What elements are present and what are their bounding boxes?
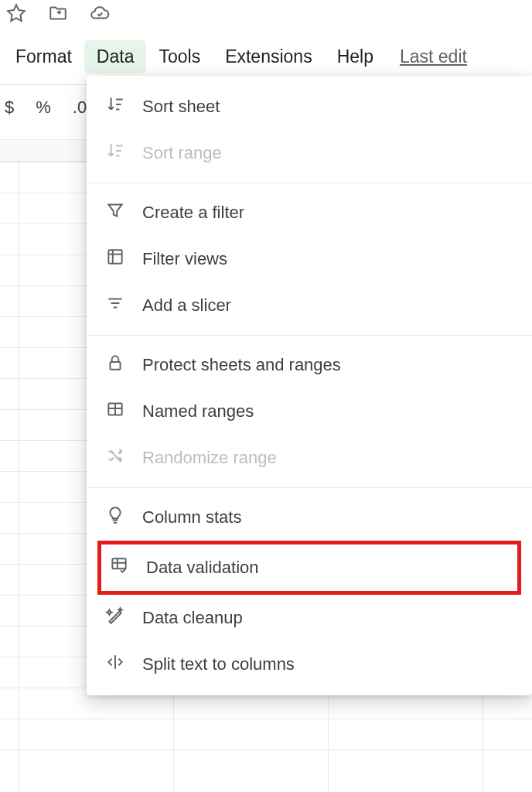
data-cleanup-item[interactable]: Data cleanup	[87, 595, 532, 641]
add-slicer-item[interactable]: Add a slicer	[87, 282, 532, 329]
add-slicer-label: Add a slicer	[142, 295, 231, 316]
lightbulb-icon	[105, 505, 125, 530]
create-filter-item[interactable]: Create a filter	[87, 189, 532, 236]
data-menu-dropdown: Sort sheet Sort range Create a filter Fi…	[87, 76, 532, 695]
svg-rect-0	[108, 250, 121, 263]
named-ranges-label: Named ranges	[142, 401, 254, 422]
menu-tools[interactable]: Tools	[146, 40, 213, 73]
cloud-check-icon[interactable]	[90, 3, 110, 26]
menu-format[interactable]: Format	[3, 40, 84, 73]
menu-extensions[interactable]: Extensions	[213, 40, 325, 73]
split-icon	[105, 652, 125, 677]
sort-range-icon	[105, 141, 125, 166]
filter-icon	[105, 200, 125, 225]
shuffle-icon	[105, 446, 125, 470]
sort-range-item: Sort range	[87, 130, 532, 176]
column-stats-item[interactable]: Column stats	[87, 494, 532, 541]
currency-button[interactable]: $	[5, 97, 14, 118]
sort-sheet-label: Sort sheet	[142, 97, 220, 117]
svg-rect-3	[112, 558, 125, 568]
protect-label: Protect sheets and ranges	[142, 355, 341, 375]
named-ranges-icon	[105, 399, 125, 424]
protect-item[interactable]: Protect sheets and ranges	[87, 342, 532, 388]
data-cleanup-label: Data cleanup	[142, 608, 243, 628]
star-icon[interactable]	[6, 3, 26, 26]
data-validation-item[interactable]: Data validation	[101, 544, 517, 591]
svg-rect-1	[111, 362, 121, 370]
split-text-label: Split text to columns	[142, 654, 295, 674]
data-validation-label: Data validation	[146, 558, 259, 578]
filter-views-item[interactable]: Filter views	[87, 236, 532, 282]
column-stats-label: Column stats	[142, 507, 241, 527]
data-validation-icon	[109, 555, 129, 580]
named-ranges-item[interactable]: Named ranges	[87, 388, 532, 435]
menu-data[interactable]: Data	[84, 40, 147, 73]
wand-icon	[105, 606, 125, 630]
move-folder-icon[interactable]	[48, 3, 68, 26]
randomize-label: Randomize range	[142, 448, 277, 468]
filter-views-label: Filter views	[142, 249, 227, 269]
percent-button[interactable]: %	[36, 97, 51, 118]
sort-sheet-icon	[105, 94, 125, 119]
decrease-decimal-button[interactable]: .0	[73, 97, 87, 118]
sort-range-label: Sort range	[142, 143, 222, 163]
split-text-item[interactable]: Split text to columns	[87, 641, 532, 688]
randomize-item: Randomize range	[87, 435, 532, 481]
lock-icon	[105, 353, 125, 377]
filter-views-icon	[105, 247, 125, 271]
sort-sheet-item[interactable]: Sort sheet	[87, 84, 532, 130]
last-edit-link[interactable]: Last edit	[400, 46, 467, 67]
highlight-data-validation: Data validation	[97, 541, 521, 595]
menu-help[interactable]: Help	[325, 40, 386, 73]
slicer-icon	[105, 293, 125, 318]
create-filter-label: Create a filter	[142, 203, 244, 223]
